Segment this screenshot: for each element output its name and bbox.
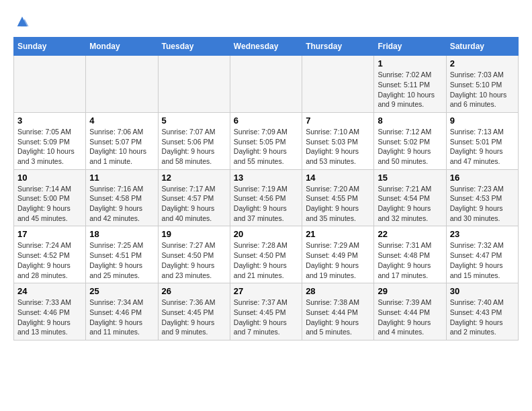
- calendar-cell: 7Sunrise: 7:10 AM Sunset: 5:03 PM Daylig…: [302, 112, 374, 169]
- day-number: 19: [162, 229, 226, 239]
- day-info: Sunrise: 7:10 AM Sunset: 5:03 PM Dayligh…: [306, 127, 370, 167]
- calendar-cell: 22Sunrise: 7:31 AM Sunset: 4:48 PM Dayli…: [374, 226, 446, 283]
- day-info: Sunrise: 7:19 AM Sunset: 4:56 PM Dayligh…: [234, 184, 298, 224]
- calendar-cell: 27Sunrise: 7:37 AM Sunset: 4:45 PM Dayli…: [230, 283, 302, 340]
- calendar-cell: 1Sunrise: 7:02 AM Sunset: 5:11 PM Daylig…: [374, 56, 446, 113]
- day-info: Sunrise: 7:29 AM Sunset: 4:49 PM Dayligh…: [306, 240, 370, 280]
- weekday-header-friday: Friday: [374, 38, 446, 56]
- calendar-cell: 6Sunrise: 7:09 AM Sunset: 5:05 PM Daylig…: [230, 112, 302, 169]
- calendar-cell: [158, 56, 230, 113]
- weekday-header-monday: Monday: [86, 38, 158, 56]
- day-number: 24: [17, 286, 82, 296]
- calendar-week-2: 10Sunrise: 7:14 AM Sunset: 5:00 PM Dayli…: [14, 169, 519, 226]
- day-number: 8: [378, 116, 442, 126]
- day-info: Sunrise: 7:23 AM Sunset: 4:53 PM Dayligh…: [450, 184, 515, 224]
- calendar-cell: 10Sunrise: 7:14 AM Sunset: 5:00 PM Dayli…: [14, 169, 86, 226]
- calendar-cell: 8Sunrise: 7:12 AM Sunset: 5:02 PM Daylig…: [374, 112, 446, 169]
- calendar-body: 1Sunrise: 7:02 AM Sunset: 5:11 PM Daylig…: [14, 56, 519, 340]
- calendar-cell: 29Sunrise: 7:39 AM Sunset: 4:44 PM Dayli…: [374, 283, 446, 340]
- day-number: 22: [378, 229, 442, 239]
- day-number: 29: [378, 286, 442, 296]
- calendar-cell: 19Sunrise: 7:27 AM Sunset: 4:50 PM Dayli…: [158, 226, 230, 283]
- day-number: 5: [162, 116, 226, 126]
- calendar-cell: 26Sunrise: 7:36 AM Sunset: 4:45 PM Dayli…: [158, 283, 230, 340]
- day-number: 27: [234, 286, 298, 296]
- weekday-header-saturday: Saturday: [446, 38, 518, 56]
- day-info: Sunrise: 7:28 AM Sunset: 4:50 PM Dayligh…: [234, 240, 298, 280]
- day-info: Sunrise: 7:34 AM Sunset: 4:46 PM Dayligh…: [89, 298, 154, 337]
- day-info: Sunrise: 7:09 AM Sunset: 5:05 PM Dayligh…: [234, 127, 298, 167]
- day-info: Sunrise: 7:12 AM Sunset: 5:02 PM Dayligh…: [378, 127, 442, 167]
- day-info: Sunrise: 7:02 AM Sunset: 5:11 PM Dayligh…: [378, 70, 442, 109]
- day-number: 30: [450, 286, 515, 296]
- day-info: Sunrise: 7:05 AM Sunset: 5:09 PM Dayligh…: [17, 127, 82, 167]
- calendar-cell: 16Sunrise: 7:23 AM Sunset: 4:53 PM Dayli…: [446, 169, 518, 226]
- day-info: Sunrise: 7:32 AM Sunset: 4:47 PM Dayligh…: [450, 240, 515, 280]
- day-number: 16: [450, 173, 515, 183]
- day-number: 4: [89, 116, 154, 126]
- day-info: Sunrise: 7:21 AM Sunset: 4:54 PM Dayligh…: [378, 184, 442, 224]
- logo: [13, 13, 30, 30]
- day-info: Sunrise: 7:33 AM Sunset: 4:46 PM Dayligh…: [17, 298, 82, 337]
- day-info: Sunrise: 7:14 AM Sunset: 5:00 PM Dayligh…: [17, 184, 82, 224]
- day-number: 13: [234, 173, 298, 183]
- page-header: [13, 13, 519, 30]
- weekday-header-wednesday: Wednesday: [230, 38, 302, 56]
- calendar-week-3: 17Sunrise: 7:24 AM Sunset: 4:52 PM Dayli…: [14, 226, 519, 283]
- calendar-cell: [230, 56, 302, 113]
- day-info: Sunrise: 7:25 AM Sunset: 4:51 PM Dayligh…: [89, 240, 154, 280]
- calendar-cell: 11Sunrise: 7:16 AM Sunset: 4:58 PM Dayli…: [86, 169, 158, 226]
- day-number: 11: [89, 173, 154, 183]
- calendar-cell: 24Sunrise: 7:33 AM Sunset: 4:46 PM Dayli…: [14, 283, 86, 340]
- day-number: 12: [162, 173, 226, 183]
- day-number: 14: [306, 173, 370, 183]
- day-info: Sunrise: 7:13 AM Sunset: 5:01 PM Dayligh…: [450, 127, 515, 167]
- day-number: 7: [306, 116, 370, 126]
- calendar-cell: 21Sunrise: 7:29 AM Sunset: 4:49 PM Dayli…: [302, 226, 374, 283]
- day-number: 10: [17, 173, 82, 183]
- day-info: Sunrise: 7:40 AM Sunset: 4:43 PM Dayligh…: [450, 298, 515, 337]
- day-info: Sunrise: 7:36 AM Sunset: 4:45 PM Dayligh…: [162, 298, 226, 337]
- weekday-header-row: SundayMondayTuesdayWednesdayThursdayFrid…: [14, 38, 519, 56]
- day-info: Sunrise: 7:31 AM Sunset: 4:48 PM Dayligh…: [378, 240, 442, 280]
- day-number: 3: [17, 116, 82, 126]
- day-number: 23: [450, 229, 515, 239]
- calendar-cell: 17Sunrise: 7:24 AM Sunset: 4:52 PM Dayli…: [14, 226, 86, 283]
- day-number: 21: [306, 229, 370, 239]
- day-info: Sunrise: 7:37 AM Sunset: 4:45 PM Dayligh…: [234, 298, 298, 337]
- day-number: 28: [306, 286, 370, 296]
- day-info: Sunrise: 7:06 AM Sunset: 5:07 PM Dayligh…: [89, 127, 154, 167]
- calendar-cell: 5Sunrise: 7:07 AM Sunset: 5:06 PM Daylig…: [158, 112, 230, 169]
- calendar-week-1: 3Sunrise: 7:05 AM Sunset: 5:09 PM Daylig…: [14, 112, 519, 169]
- day-number: 18: [89, 229, 154, 239]
- calendar-cell: 23Sunrise: 7:32 AM Sunset: 4:47 PM Dayli…: [446, 226, 518, 283]
- calendar-cell: 14Sunrise: 7:20 AM Sunset: 4:55 PM Dayli…: [302, 169, 374, 226]
- calendar-cell: 20Sunrise: 7:28 AM Sunset: 4:50 PM Dayli…: [230, 226, 302, 283]
- day-info: Sunrise: 7:38 AM Sunset: 4:44 PM Dayligh…: [306, 298, 370, 337]
- calendar-cell: 4Sunrise: 7:06 AM Sunset: 5:07 PM Daylig…: [86, 112, 158, 169]
- day-number: 20: [234, 229, 298, 239]
- day-number: 26: [162, 286, 226, 296]
- day-number: 17: [17, 229, 82, 239]
- calendar-cell: 18Sunrise: 7:25 AM Sunset: 4:51 PM Dayli…: [86, 226, 158, 283]
- calendar-cell: 13Sunrise: 7:19 AM Sunset: 4:56 PM Dayli…: [230, 169, 302, 226]
- day-number: 15: [378, 173, 442, 183]
- day-info: Sunrise: 7:03 AM Sunset: 5:10 PM Dayligh…: [450, 70, 515, 109]
- weekday-header-thursday: Thursday: [302, 38, 374, 56]
- calendar-cell: 3Sunrise: 7:05 AM Sunset: 5:09 PM Daylig…: [14, 112, 86, 169]
- day-number: 9: [450, 116, 515, 126]
- day-info: Sunrise: 7:39 AM Sunset: 4:44 PM Dayligh…: [378, 298, 442, 337]
- day-info: Sunrise: 7:07 AM Sunset: 5:06 PM Dayligh…: [162, 127, 226, 167]
- calendar-table: SundayMondayTuesdayWednesdayThursdayFrid…: [13, 37, 519, 340]
- calendar-cell: 28Sunrise: 7:38 AM Sunset: 4:44 PM Dayli…: [302, 283, 374, 340]
- calendar-week-0: 1Sunrise: 7:02 AM Sunset: 5:11 PM Daylig…: [14, 56, 519, 113]
- calendar-cell: 25Sunrise: 7:34 AM Sunset: 4:46 PM Dayli…: [86, 283, 158, 340]
- calendar-cell: 15Sunrise: 7:21 AM Sunset: 4:54 PM Dayli…: [374, 169, 446, 226]
- day-info: Sunrise: 7:16 AM Sunset: 4:58 PM Dayligh…: [89, 184, 154, 224]
- calendar-cell: 2Sunrise: 7:03 AM Sunset: 5:10 PM Daylig…: [446, 56, 518, 113]
- day-number: 1: [378, 58, 442, 68]
- day-number: 6: [234, 116, 298, 126]
- calendar-week-4: 24Sunrise: 7:33 AM Sunset: 4:46 PM Dayli…: [14, 283, 519, 340]
- calendar-cell: [86, 56, 158, 113]
- day-info: Sunrise: 7:17 AM Sunset: 4:57 PM Dayligh…: [162, 184, 226, 224]
